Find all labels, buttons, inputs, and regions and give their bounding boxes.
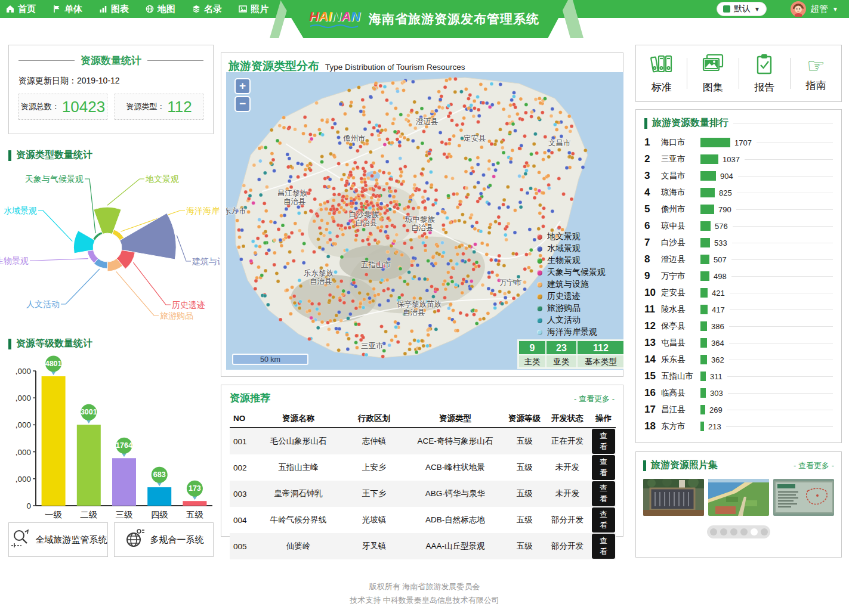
city-label-保亭黎族苗族: 保亭黎族苗族自治县 xyxy=(397,300,442,317)
nav-item-名录[interactable]: 名录 xyxy=(192,4,222,15)
rank-leader-line xyxy=(730,309,833,310)
rose-label-海洋海岸景观: 海洋海岸景观 xyxy=(186,206,220,215)
photos-more-link[interactable]: - 查看更多 - xyxy=(794,460,834,471)
map-stat-value-主类: 9 xyxy=(518,340,546,355)
city-label-五指山市: 五指山市 xyxy=(361,261,391,269)
photo-thumb[interactable] xyxy=(773,479,834,516)
pager-dot-6[interactable] xyxy=(761,528,768,535)
pager-dot-2[interactable] xyxy=(720,528,727,535)
map-canvas[interactable]: + − 50 km 地文景观水域景观生物景观天象与气候景观建筑与设施历史遗迹旅游… xyxy=(226,72,623,370)
rank-number: 13 xyxy=(644,337,661,349)
nav-item-地图[interactable]: 地图 xyxy=(146,4,175,15)
rank-bar xyxy=(700,138,730,147)
rank-bar xyxy=(700,321,707,331)
table-cell: AAA-山丘型景观 xyxy=(405,533,505,559)
view-button[interactable]: 查看 xyxy=(592,507,615,533)
map-stat-value-亚类: 23 xyxy=(546,340,577,355)
avatar xyxy=(791,1,806,17)
chevron-down-icon: ▼ xyxy=(754,6,760,13)
rank-number: 11 xyxy=(644,304,661,315)
table-cell-action: 查看 xyxy=(591,533,616,559)
photos-panel: 旅游资源照片集 - 查看更多 - xyxy=(635,451,842,558)
ranking-row-万宁市: 9万宁市498 xyxy=(644,268,833,284)
legend-label: 人文活动 xyxy=(547,315,581,326)
ranking-row-三亚市: 2三亚市1037 xyxy=(644,151,833,168)
pager-dot-4[interactable] xyxy=(740,528,748,535)
quick-link-图集[interactable]: 图集 xyxy=(687,53,738,94)
zoom-out-button[interactable]: − xyxy=(234,96,251,112)
rank-value: 421 xyxy=(712,289,725,298)
ranking-row-海口市: 1海口市1707 xyxy=(644,134,833,151)
svg-text:,000: ,000 xyxy=(16,448,31,457)
table-row: 005仙婆岭牙叉镇AAA-山丘型景观五级部分开发查看 xyxy=(230,533,616,559)
header-banner: HAINAN 海南省旅游资源发布管理系统 xyxy=(280,0,568,38)
theme-color-swatch xyxy=(723,5,730,13)
rank-number: 2 xyxy=(644,153,661,165)
ranking-row-东方市: 18东方市213 xyxy=(644,418,833,435)
recommend-more-link[interactable]: - 查看更多 - xyxy=(574,394,615,404)
rank-leader-line xyxy=(729,343,833,343)
user-name: 超管 xyxy=(810,4,828,15)
logo-letter: N xyxy=(332,9,341,24)
quick-link-指南[interactable]: ☞指南 xyxy=(791,55,841,92)
table-cell: 牙叉镇 xyxy=(343,533,405,559)
ranking-row-儋州市: 5儋州市790 xyxy=(644,201,833,218)
rose-slice-水域景观 xyxy=(73,231,95,253)
rank-number: 4 xyxy=(644,187,661,199)
nav-item-图表[interactable]: 图表 xyxy=(99,4,129,15)
pager-dot-3[interactable] xyxy=(730,528,737,535)
view-button[interactable]: 查看 xyxy=(592,481,615,506)
table-cell: 五级 xyxy=(505,533,544,559)
rank-number: 8 xyxy=(644,253,661,265)
system-button-多规合一系统[interactable]: 多规合一系统 xyxy=(114,522,214,557)
rose-label-历史遗迹: 历史遗迹 xyxy=(172,300,205,309)
logo-letter: N xyxy=(351,9,360,24)
quick-link-label: 图集 xyxy=(703,81,723,94)
nav-item-单体[interactable]: 单体 xyxy=(53,4,82,15)
photo-thumb[interactable] xyxy=(708,479,769,516)
quick-link-报告[interactable]: 报告 xyxy=(739,53,790,94)
rank-value: 386 xyxy=(711,322,724,331)
column-header-资源类型: 资源类型 xyxy=(405,410,505,428)
rank-number: 12 xyxy=(644,320,661,332)
photo-thumb[interactable] xyxy=(643,479,704,516)
legend-item-生物景观: 生物景观 xyxy=(537,255,606,267)
nav-item-label: 图表 xyxy=(111,4,129,15)
rank-leader-line xyxy=(731,276,833,277)
legend-ball-icon xyxy=(537,258,542,264)
pager-dot-1[interactable] xyxy=(710,528,717,535)
system-button-全域旅游监管系统[interactable]: 全域旅游监管系统 xyxy=(8,522,108,557)
rank-leader-line xyxy=(727,410,833,410)
photo-carousel xyxy=(643,479,834,516)
pager-dot-5[interactable] xyxy=(751,528,758,535)
column-header-开发状态: 开发状态 xyxy=(544,410,591,428)
legend-label: 旅游购品 xyxy=(547,303,581,314)
footer: 版权所有 海南省旅游发展委员会 技术支持 中科数景秦皇岛信息技术有限公司 xyxy=(0,580,849,607)
theme-label: 默认 xyxy=(734,4,751,14)
quick-link-标准[interactable]: 标准 xyxy=(636,53,687,94)
view-button[interactable]: 查看 xyxy=(592,534,615,559)
recommend-title: 资源推荐 xyxy=(230,391,270,405)
theme-select-button[interactable]: 默认 ▼ xyxy=(717,2,767,16)
user-menu[interactable]: 超管 ▼ xyxy=(791,1,838,17)
rank-leader-line xyxy=(729,360,833,360)
rank-value: 1037 xyxy=(723,155,740,164)
chart-icon xyxy=(99,5,107,13)
view-button[interactable]: 查看 xyxy=(592,429,615,454)
copyright-line: 版权所有 海南省旅游发展委员会 xyxy=(0,580,849,593)
nav-item-label: 照片 xyxy=(251,4,268,15)
city-label-定安县: 定安县 xyxy=(464,134,486,143)
zoom-in-button[interactable]: + xyxy=(234,78,251,94)
nav-item-照片[interactable]: 照片 xyxy=(239,4,268,15)
view-button[interactable]: 查看 xyxy=(592,455,615,480)
table-cell: 五级 xyxy=(505,428,544,454)
rank-leader-line xyxy=(726,426,833,427)
rose-label-地文景观: 地文景观 xyxy=(145,174,179,184)
ranking-row-乐东县: 14乐东县362 xyxy=(644,351,833,368)
rank-bar xyxy=(700,305,708,314)
nav-item-首页[interactable]: 首页 xyxy=(6,4,36,15)
report-icon xyxy=(752,53,776,78)
ranking-row-澄迈县: 8澄迈县507 xyxy=(644,251,833,268)
city-label-东方市: 东方市 xyxy=(226,207,246,215)
rank-value: 825 xyxy=(719,188,732,197)
